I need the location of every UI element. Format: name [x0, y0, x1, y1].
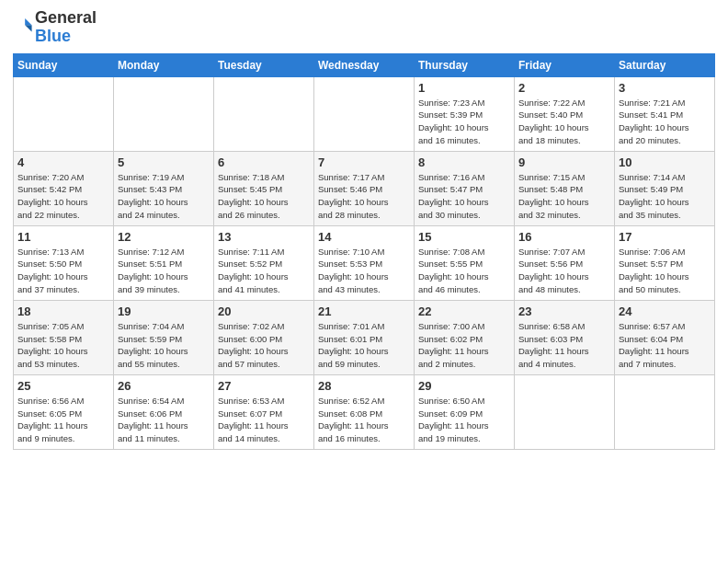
week-row-1: 4Sunrise: 7:20 AM Sunset: 5:42 PM Daylig…	[14, 151, 715, 225]
day-cell	[214, 76, 314, 151]
day-cell: 10Sunrise: 7:14 AM Sunset: 5:49 PM Dayli…	[615, 151, 715, 225]
day-number: 13	[218, 230, 310, 244]
day-header-monday: Monday	[114, 53, 214, 76]
page-container: General Blue SundayMondayTuesdayWednesda…	[0, 0, 728, 459]
day-cell	[615, 374, 715, 449]
day-cell: 28Sunrise: 6:52 AM Sunset: 6:08 PM Dayli…	[314, 374, 415, 449]
day-cell: 11Sunrise: 7:13 AM Sunset: 5:50 PM Dayli…	[14, 225, 114, 300]
day-number: 18	[17, 304, 109, 318]
day-number: 5	[118, 155, 210, 169]
day-number: 8	[418, 155, 510, 169]
day-cell: 6Sunrise: 7:18 AM Sunset: 5:45 PM Daylig…	[214, 151, 314, 225]
day-number: 20	[218, 304, 310, 318]
day-cell: 29Sunrise: 6:50 AM Sunset: 6:09 PM Dayli…	[415, 374, 515, 449]
day-info: Sunrise: 7:00 AM Sunset: 6:02 PM Dayligh…	[418, 320, 510, 371]
day-cell: 21Sunrise: 7:01 AM Sunset: 6:01 PM Dayli…	[314, 300, 415, 374]
day-cell: 17Sunrise: 7:06 AM Sunset: 5:57 PM Dayli…	[615, 225, 715, 300]
day-number: 15	[418, 230, 510, 244]
day-info: Sunrise: 7:16 AM Sunset: 5:47 PM Dayligh…	[418, 171, 510, 222]
day-cell: 16Sunrise: 7:07 AM Sunset: 5:56 PM Dayli…	[515, 225, 615, 300]
day-info: Sunrise: 7:05 AM Sunset: 5:58 PM Dayligh…	[17, 320, 109, 371]
day-number: 26	[118, 379, 210, 393]
calendar-table: SundayMondayTuesdayWednesdayThursdayFrid…	[13, 53, 715, 450]
day-number: 19	[118, 304, 210, 318]
day-info: Sunrise: 6:56 AM Sunset: 6:05 PM Dayligh…	[17, 395, 109, 445]
day-number: 7	[318, 155, 410, 169]
day-number: 24	[619, 304, 711, 318]
day-number: 17	[619, 230, 711, 244]
day-number: 28	[318, 379, 410, 393]
day-number: 27	[218, 379, 310, 393]
week-row-2: 11Sunrise: 7:13 AM Sunset: 5:50 PM Dayli…	[14, 225, 715, 300]
logo-text: General Blue	[35, 9, 97, 46]
day-cell: 25Sunrise: 6:56 AM Sunset: 6:05 PM Dayli…	[14, 374, 114, 449]
day-cell: 5Sunrise: 7:19 AM Sunset: 5:43 PM Daylig…	[114, 151, 214, 225]
day-cell: 18Sunrise: 7:05 AM Sunset: 5:58 PM Dayli…	[14, 300, 114, 374]
day-number: 4	[17, 155, 109, 169]
day-cell	[515, 374, 615, 449]
day-info: Sunrise: 7:01 AM Sunset: 6:01 PM Dayligh…	[318, 320, 410, 371]
day-header-sunday: Sunday	[14, 53, 114, 76]
day-number: 10	[619, 155, 711, 169]
day-number: 14	[318, 230, 410, 244]
day-cell: 7Sunrise: 7:17 AM Sunset: 5:46 PM Daylig…	[314, 151, 415, 225]
day-info: Sunrise: 7:04 AM Sunset: 5:59 PM Dayligh…	[118, 320, 210, 371]
day-number: 6	[218, 155, 310, 169]
day-number: 23	[518, 304, 610, 318]
day-info: Sunrise: 6:57 AM Sunset: 6:04 PM Dayligh…	[619, 320, 711, 371]
day-cell: 14Sunrise: 7:10 AM Sunset: 5:53 PM Dayli…	[314, 225, 415, 300]
day-cell: 26Sunrise: 6:54 AM Sunset: 6:06 PM Dayli…	[114, 374, 214, 449]
day-number: 2	[518, 81, 610, 95]
week-row-4: 25Sunrise: 6:56 AM Sunset: 6:05 PM Dayli…	[14, 374, 715, 449]
day-number: 12	[118, 230, 210, 244]
day-info: Sunrise: 7:06 AM Sunset: 5:57 PM Dayligh…	[619, 246, 711, 296]
day-info: Sunrise: 6:53 AM Sunset: 6:07 PM Dayligh…	[218, 395, 310, 445]
day-header-tuesday: Tuesday	[214, 53, 314, 76]
day-number: 29	[418, 379, 510, 393]
day-info: Sunrise: 7:15 AM Sunset: 5:48 PM Dayligh…	[518, 171, 610, 222]
day-number: 16	[518, 230, 610, 244]
day-cell: 8Sunrise: 7:16 AM Sunset: 5:47 PM Daylig…	[415, 151, 515, 225]
day-cell: 22Sunrise: 7:00 AM Sunset: 6:02 PM Dayli…	[415, 300, 515, 374]
week-row-3: 18Sunrise: 7:05 AM Sunset: 5:58 PM Dayli…	[14, 300, 715, 374]
day-info: Sunrise: 6:50 AM Sunset: 6:09 PM Dayligh…	[418, 395, 510, 445]
header: General Blue	[13, 9, 715, 46]
day-cell	[314, 76, 415, 151]
logo: General Blue	[13, 9, 97, 46]
day-number: 21	[318, 304, 410, 318]
day-info: Sunrise: 7:12 AM Sunset: 5:51 PM Dayligh…	[118, 246, 210, 296]
day-cell: 4Sunrise: 7:20 AM Sunset: 5:42 PM Daylig…	[14, 151, 114, 225]
day-cell: 1Sunrise: 7:23 AM Sunset: 5:39 PM Daylig…	[415, 76, 515, 151]
logo-icon	[13, 16, 33, 36]
calendar-header-row: SundayMondayTuesdayWednesdayThursdayFrid…	[14, 53, 715, 76]
day-info: Sunrise: 7:07 AM Sunset: 5:56 PM Dayligh…	[518, 246, 610, 296]
day-info: Sunrise: 7:18 AM Sunset: 5:45 PM Dayligh…	[218, 171, 310, 222]
calendar-body: 1Sunrise: 7:23 AM Sunset: 5:39 PM Daylig…	[14, 76, 715, 449]
day-info: Sunrise: 7:14 AM Sunset: 5:49 PM Dayligh…	[619, 171, 711, 222]
day-info: Sunrise: 7:21 AM Sunset: 5:41 PM Dayligh…	[619, 97, 711, 147]
day-cell	[114, 76, 214, 151]
day-cell: 15Sunrise: 7:08 AM Sunset: 5:55 PM Dayli…	[415, 225, 515, 300]
day-cell: 9Sunrise: 7:15 AM Sunset: 5:48 PM Daylig…	[515, 151, 615, 225]
day-cell: 27Sunrise: 6:53 AM Sunset: 6:07 PM Dayli…	[214, 374, 314, 449]
day-info: Sunrise: 7:20 AM Sunset: 5:42 PM Dayligh…	[17, 171, 109, 222]
day-info: Sunrise: 7:08 AM Sunset: 5:55 PM Dayligh…	[418, 246, 510, 296]
day-number: 9	[518, 155, 610, 169]
day-header-thursday: Thursday	[415, 53, 515, 76]
svg-marker-0	[25, 18, 31, 25]
day-cell: 13Sunrise: 7:11 AM Sunset: 5:52 PM Dayli…	[214, 225, 314, 300]
day-info: Sunrise: 6:58 AM Sunset: 6:03 PM Dayligh…	[518, 320, 610, 371]
day-number: 11	[17, 230, 109, 244]
day-number: 22	[418, 304, 510, 318]
day-number: 1	[418, 81, 510, 95]
day-info: Sunrise: 6:54 AM Sunset: 6:06 PM Dayligh…	[118, 395, 210, 445]
day-info: Sunrise: 7:17 AM Sunset: 5:46 PM Dayligh…	[318, 171, 410, 222]
day-info: Sunrise: 7:10 AM Sunset: 5:53 PM Dayligh…	[318, 246, 410, 296]
day-header-wednesday: Wednesday	[314, 53, 415, 76]
day-cell: 12Sunrise: 7:12 AM Sunset: 5:51 PM Dayli…	[114, 225, 214, 300]
day-info: Sunrise: 6:52 AM Sunset: 6:08 PM Dayligh…	[318, 395, 410, 445]
day-info: Sunrise: 7:02 AM Sunset: 6:00 PM Dayligh…	[218, 320, 310, 371]
day-info: Sunrise: 7:11 AM Sunset: 5:52 PM Dayligh…	[218, 246, 310, 296]
day-cell: 24Sunrise: 6:57 AM Sunset: 6:04 PM Dayli…	[615, 300, 715, 374]
day-info: Sunrise: 7:19 AM Sunset: 5:43 PM Dayligh…	[118, 171, 210, 222]
